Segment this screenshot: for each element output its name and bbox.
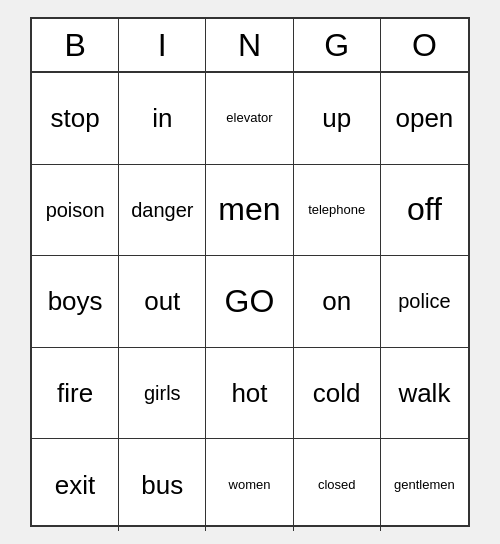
cell-text-r1-c0: poison [46, 199, 105, 221]
cell-text-r0-c2: elevator [226, 111, 272, 125]
cell-text-r1-c3: telephone [308, 203, 365, 217]
bingo-card: BINGO stopinelevatorupopenpoisondangerme… [30, 17, 470, 527]
cell-text-r4-c2: women [229, 478, 271, 492]
bingo-cell-r0-c0[interactable]: stop [32, 73, 119, 165]
header-letter-G: G [294, 19, 381, 71]
bingo-cell-r2-c1[interactable]: out [119, 256, 206, 348]
cell-text-r0-c1: in [152, 104, 172, 133]
bingo-header: BINGO [32, 19, 468, 73]
cell-text-r2-c2: GO [225, 284, 275, 319]
header-letter-I: I [119, 19, 206, 71]
header-letter-B: B [32, 19, 119, 71]
cell-text-r3-c2: hot [231, 379, 267, 408]
bingo-cell-r4-c2[interactable]: women [206, 439, 293, 531]
bingo-cell-r1-c3[interactable]: telephone [294, 165, 381, 257]
bingo-cell-r0-c4[interactable]: open [381, 73, 468, 165]
bingo-cell-r1-c4[interactable]: off [381, 165, 468, 257]
bingo-cell-r0-c3[interactable]: up [294, 73, 381, 165]
bingo-cell-r2-c0[interactable]: boys [32, 256, 119, 348]
cell-text-r3-c3: cold [313, 379, 361, 408]
bingo-cell-r3-c3[interactable]: cold [294, 348, 381, 440]
header-letter-N: N [206, 19, 293, 71]
cell-text-r1-c4: off [407, 192, 442, 227]
cell-text-r2-c3: on [322, 287, 351, 316]
bingo-cell-r3-c4[interactable]: walk [381, 348, 468, 440]
cell-text-r3-c4: walk [398, 379, 450, 408]
bingo-cell-r3-c1[interactable]: girls [119, 348, 206, 440]
cell-text-r0-c4: open [395, 104, 453, 133]
cell-text-r0-c3: up [322, 104, 351, 133]
cell-text-r2-c4: police [398, 290, 450, 312]
bingo-cell-r2-c3[interactable]: on [294, 256, 381, 348]
bingo-grid: stopinelevatorupopenpoisondangermentelep… [32, 73, 468, 531]
bingo-cell-r3-c2[interactable]: hot [206, 348, 293, 440]
cell-text-r1-c1: danger [131, 199, 193, 221]
bingo-cell-r4-c1[interactable]: bus [119, 439, 206, 531]
bingo-cell-r4-c3[interactable]: closed [294, 439, 381, 531]
cell-text-r2-c1: out [144, 287, 180, 316]
cell-text-r4-c1: bus [141, 471, 183, 500]
bingo-cell-r0-c2[interactable]: elevator [206, 73, 293, 165]
cell-text-r1-c2: men [218, 192, 280, 227]
bingo-cell-r1-c1[interactable]: danger [119, 165, 206, 257]
bingo-cell-r2-c4[interactable]: police [381, 256, 468, 348]
bingo-cell-r3-c0[interactable]: fire [32, 348, 119, 440]
bingo-cell-r4-c0[interactable]: exit [32, 439, 119, 531]
cell-text-r0-c0: stop [51, 104, 100, 133]
header-letter-O: O [381, 19, 468, 71]
cell-text-r4-c4: gentlemen [394, 478, 455, 492]
cell-text-r4-c0: exit [55, 471, 95, 500]
cell-text-r3-c1: girls [144, 382, 181, 404]
cell-text-r4-c3: closed [318, 478, 356, 492]
bingo-cell-r1-c0[interactable]: poison [32, 165, 119, 257]
bingo-cell-r1-c2[interactable]: men [206, 165, 293, 257]
cell-text-r2-c0: boys [48, 287, 103, 316]
bingo-cell-r0-c1[interactable]: in [119, 73, 206, 165]
bingo-cell-r4-c4[interactable]: gentlemen [381, 439, 468, 531]
cell-text-r3-c0: fire [57, 379, 93, 408]
bingo-cell-r2-c2[interactable]: GO [206, 256, 293, 348]
